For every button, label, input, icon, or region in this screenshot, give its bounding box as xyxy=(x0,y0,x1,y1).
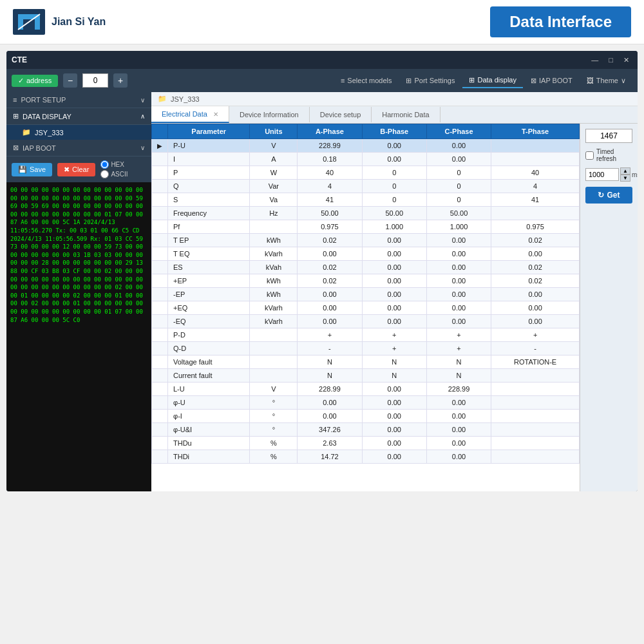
sidebar-item-port-setup[interactable]: ≡ PORT SETUP ∨ xyxy=(6,92,151,108)
clear-icon: ✖ xyxy=(64,166,70,174)
nav-iap-boot[interactable]: ⊠ IAP BOOT xyxy=(524,74,579,88)
table-row[interactable]: Current fault N N N xyxy=(152,369,580,383)
spin-up-button[interactable]: ▲ xyxy=(620,167,630,175)
counter-input[interactable] xyxy=(82,73,108,88)
b-phase-cell: N xyxy=(362,355,426,369)
units-cell xyxy=(250,220,298,234)
a-phase-cell: 41 xyxy=(298,193,362,207)
nav-data-display[interactable]: ⊞ Data display xyxy=(462,73,523,88)
close-button[interactable]: ✕ xyxy=(620,55,632,65)
address-button[interactable]: ✓ address xyxy=(12,75,58,87)
table-row[interactable]: THDu % 2.63 0.00 0.00 xyxy=(152,437,580,450)
t-phase-cell xyxy=(491,423,580,437)
param-cell: THDu xyxy=(168,437,250,450)
table-row[interactable]: P W 40 0 0 40 xyxy=(152,166,580,180)
spin-input[interactable] xyxy=(585,168,619,181)
data-table-wrapper[interactable]: Parameter Units A-Phase B-Phase C-Phase … xyxy=(151,124,580,491)
b-phase-cell: + xyxy=(362,328,426,342)
t-phase-cell: 0.02 xyxy=(491,234,580,247)
nav-theme[interactable]: 🖼 Theme ∨ xyxy=(580,74,632,88)
log-area: 00 00 00 00 00 00 00 00 00 00 00 00 00 0… xyxy=(6,182,151,491)
t-phase-cell: 0.00 xyxy=(491,247,580,261)
table-row[interactable]: T EQ kVarh 0.00 0.00 0.00 0.00 xyxy=(152,247,580,261)
table-row[interactable]: T EP kWh 0.02 0.00 0.00 0.02 xyxy=(152,234,580,247)
sidebar-item-data-display[interactable]: ⊞ DATA DISPLAY ∧ xyxy=(6,108,151,125)
units-cell: V xyxy=(250,139,298,153)
folder-icon: 📁 xyxy=(22,128,31,137)
param-cell: ES xyxy=(168,261,250,274)
c-phase-cell: 50.00 xyxy=(426,207,491,220)
units-cell: ° xyxy=(250,410,298,423)
table-row[interactable]: φ-I ° 0.00 0.00 0.00 xyxy=(152,410,580,423)
minimize-button[interactable]: — xyxy=(588,55,601,65)
units-cell: W xyxy=(250,166,298,180)
table-row[interactable]: φ-U&I ° 347.26 0.00 0.00 xyxy=(152,423,580,437)
param-cell: P-U xyxy=(168,139,250,153)
plus-button[interactable]: + xyxy=(113,73,128,88)
param-cell: THDi xyxy=(168,450,250,464)
col-units: Units xyxy=(250,124,298,139)
c-phase-cell: 0 xyxy=(426,166,491,180)
a-phase-cell: 4 xyxy=(298,180,362,193)
hex-radio[interactable]: HEX xyxy=(100,160,128,169)
timed-refresh-checkbox[interactable] xyxy=(585,151,594,160)
a-phase-cell: 2.63 xyxy=(298,437,362,450)
table-row[interactable]: Pf 0.975 1.000 1.000 0.975 xyxy=(152,220,580,234)
c-phase-cell: + xyxy=(426,328,491,342)
c-phase-cell: 0.00 xyxy=(426,261,491,274)
a-phase-cell: 0.18 xyxy=(298,153,362,166)
row-indicator xyxy=(152,180,168,193)
sidebar-item-iap-boot[interactable]: ⊠ IAP BOOT ∨ xyxy=(6,140,151,156)
table-row[interactable]: -EQ kVarh 0.00 0.00 0.00 0.00 xyxy=(152,315,580,328)
table-row[interactable]: Frequency Hz 50.00 50.00 50.00 xyxy=(152,207,580,220)
grid-icon: ≡ xyxy=(13,96,17,104)
tab-harmonic-data[interactable]: Harmonic Data xyxy=(372,107,440,122)
table-row[interactable]: L-U V 228.99 0.00 228.99 xyxy=(152,383,580,396)
c-phase-cell: 0.00 xyxy=(426,437,491,450)
a-phase-cell: N xyxy=(298,369,362,383)
sidebar-actions: 💾 Save ✖ Clear HEX ASCII xyxy=(6,156,151,182)
tab-close-icon[interactable]: ✕ xyxy=(213,111,218,118)
a-phase-cell: 228.99 xyxy=(298,139,362,153)
table-row[interactable]: S Va 41 0 0 41 xyxy=(152,193,580,207)
table-row[interactable]: Q-D - + + - xyxy=(152,342,580,355)
table-row[interactable]: P-D + + + + xyxy=(152,328,580,342)
nav-select-models[interactable]: ≡ Select models xyxy=(334,74,399,87)
timed-refresh-label: Timed refresh xyxy=(596,148,632,162)
units-cell: % xyxy=(250,437,298,450)
c-phase-cell: 0 xyxy=(426,193,491,207)
grid-icon: ≡ xyxy=(341,77,345,84)
get-button[interactable]: ↻ Get xyxy=(585,187,632,204)
t-phase-cell: 41 xyxy=(491,193,580,207)
c-phase-cell: 1.000 xyxy=(426,220,491,234)
restore-button[interactable]: □ xyxy=(605,55,616,65)
table-row[interactable]: ES kVah 0.02 0.00 0.00 0.02 xyxy=(152,261,580,274)
tab-device-information[interactable]: Device Information xyxy=(229,107,310,122)
save-button[interactable]: 💾 Save xyxy=(12,163,52,176)
table-row[interactable]: ▶ P-U V 228.99 0.00 0.00 xyxy=(152,139,580,153)
spin-down-button[interactable]: ▼ xyxy=(620,175,630,182)
clear-button[interactable]: ✖ Clear xyxy=(57,163,95,176)
tab-device-setup[interactable]: Device setup xyxy=(310,107,372,122)
tab-electrical-data[interactable]: Electrical Data ✕ xyxy=(151,106,229,123)
table-row[interactable]: Voltage fault N N N ROTATION-E xyxy=(152,355,580,369)
data-table: Parameter Units A-Phase B-Phase C-Phase … xyxy=(151,124,580,464)
table-row[interactable]: +EQ kVarh 0.00 0.00 0.00 0.00 xyxy=(152,301,580,315)
table-row[interactable]: Q Var 4 0 0 4 xyxy=(152,180,580,193)
t-phase-cell xyxy=(491,437,580,450)
ascii-radio[interactable]: ASCII xyxy=(100,170,128,178)
table-row[interactable]: -EP kWh 0.00 0.00 0.00 0.00 xyxy=(152,288,580,301)
minus-button[interactable]: − xyxy=(63,73,77,88)
row-indicator xyxy=(152,383,168,396)
nav-port-settings[interactable]: ⊞ Port Settings xyxy=(399,74,461,88)
t-phase-cell xyxy=(491,396,580,410)
sidebar-item-jsy333[interactable]: 📁 JSY_333 xyxy=(6,125,151,140)
b-phase-cell: 0 xyxy=(362,166,426,180)
table-row[interactable]: +EP kWh 0.02 0.00 0.00 0.02 xyxy=(152,274,580,288)
table-row[interactable]: THDi % 14.72 0.00 0.00 xyxy=(152,450,580,464)
table-row[interactable]: φ-U ° 0.00 0.00 0.00 xyxy=(152,396,580,410)
row-indicator xyxy=(152,220,168,234)
row-indicator xyxy=(152,315,168,328)
table-row[interactable]: I A 0.18 0.00 0.00 xyxy=(152,153,580,166)
value-input[interactable] xyxy=(585,129,632,143)
